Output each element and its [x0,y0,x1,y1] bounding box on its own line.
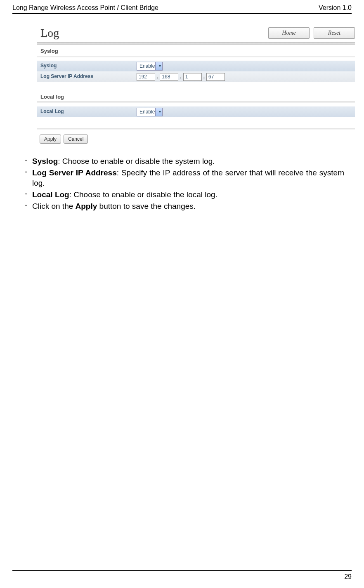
reset-button[interactable]: Reset [314,27,355,39]
locallog-row: Local Log Enable [37,106,355,117]
header-right: Version 1.0 [319,4,352,12]
divider-bottom [12,570,352,571]
logserver-label: Log Server IP Address [37,71,134,82]
ip-dot: . [180,74,181,80]
cancel-button[interactable]: Cancel [64,135,88,144]
locallog-select[interactable]: Enable [137,108,163,116]
divider-top [12,13,352,14]
bullet-locallog: Local Log: Choose to enable or disable t… [32,189,344,200]
bullet-syslog: Syslog: Choose to enable or disable the … [32,156,344,167]
bullet-icon: ▪ [20,156,32,167]
syslog-select[interactable]: Enable [137,62,163,71]
ip-octet-4[interactable]: 67 [206,73,225,81]
bullet-icon: ▪ [20,201,32,212]
locallog-label: Local Log [37,106,134,117]
ip-octet-3[interactable]: 1 [183,73,202,81]
log-config-panel: Log Home Reset Syslog Syslog Enable Log … [37,26,355,144]
bullet-logserver: Log Server IP Address: Specify the IP ad… [32,168,344,189]
logserver-row: Log Server IP Address 192 . 168 . 1 . 67 [37,71,355,82]
divider [37,128,355,130]
syslog-label: Syslog [37,61,134,71]
locallog-section-label: Local log [37,92,355,102]
doc-bullets: ▪ Syslog: Choose to enable or disable th… [20,156,344,211]
bullet-apply: Click on the Apply button to save the ch… [32,201,344,212]
syslog-section-label: Syslog [37,46,355,56]
ip-octet-2[interactable]: 168 [160,73,178,81]
page-title: Log [37,26,59,40]
divider [37,102,355,103]
header-left: Long Range Wireless Access Point / Clien… [12,4,158,12]
syslog-row: Syslog Enable [37,61,355,71]
divider [37,42,355,45]
bullet-icon: ▪ [20,168,32,189]
apply-button[interactable]: Apply [40,135,61,144]
divider [37,56,355,57]
page-header: Long Range Wireless Access Point / Clien… [12,4,352,12]
home-button[interactable]: Home [268,27,310,39]
page-footer: 29 [12,570,352,581]
ip-dot: . [203,74,205,80]
bullet-icon: ▪ [20,189,32,200]
page-number: 29 [12,573,352,581]
ip-octet-1[interactable]: 192 [137,73,155,81]
ip-dot: . [157,74,158,80]
